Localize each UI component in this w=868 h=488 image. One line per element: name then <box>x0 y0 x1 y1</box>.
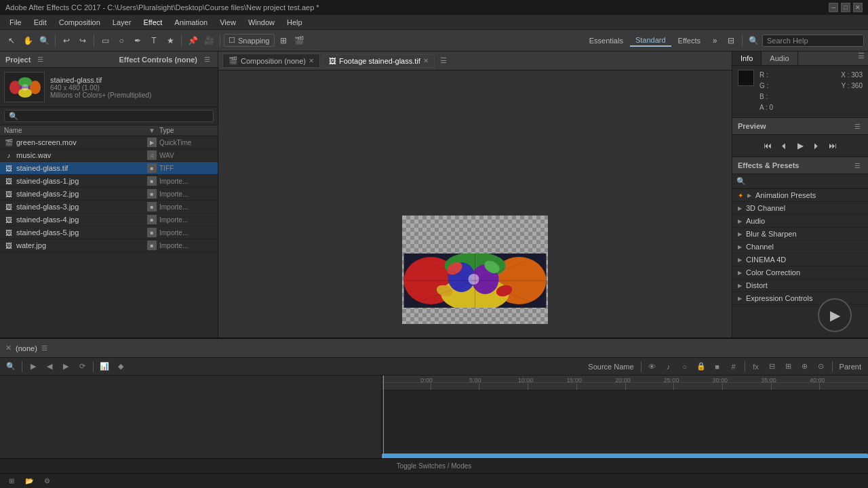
zoom-tool[interactable]: 🔍 <box>37 33 52 48</box>
effects-menu-button[interactable]: ☰ <box>852 160 863 171</box>
camera-tool[interactable]: 🎥 <box>201 33 216 48</box>
tab-audio[interactable]: Audio <box>762 52 797 65</box>
menu-help[interactable]: Help <box>281 17 308 28</box>
effect-audio[interactable]: ▶ Audio <box>732 215 868 228</box>
audio-col-icon[interactable]: ♪ <box>662 360 675 373</box>
comp-tab-close[interactable]: ✕ <box>309 57 314 64</box>
workspace-standard[interactable]: Standard <box>630 35 671 47</box>
workspace-effects[interactable]: Effects <box>673 35 706 46</box>
effect-color-correction[interactable]: ▶ Color Correction <box>732 266 868 279</box>
menu-window[interactable]: Window <box>243 17 280 28</box>
footage-tab-close[interactable]: ✕ <box>423 57 429 64</box>
step-forward-button[interactable]: ⏵ <box>810 139 823 152</box>
project-menu-button[interactable]: ☰ <box>35 54 45 65</box>
menu-composition[interactable]: Composition <box>54 17 106 28</box>
eye-col-icon[interactable]: 👁 <box>646 360 659 373</box>
num-col-icon[interactable]: # <box>727 360 741 373</box>
menu-effect[interactable]: Effect <box>138 17 167 28</box>
timeline-scrollbar[interactable] <box>382 453 868 458</box>
workspace-more[interactable]: » <box>707 33 722 48</box>
col-sort-arrow[interactable]: ▼ <box>149 127 159 134</box>
comp-button[interactable]: 🎬 <box>292 33 307 48</box>
workspace-settings[interactable]: ⊟ <box>724 33 738 48</box>
puppet-pin-tool[interactable]: 📌 <box>185 33 200 48</box>
snapping-toggle[interactable]: ☐ Snapping <box>224 34 275 47</box>
file-item-green-screen[interactable]: 🎬 green-screen.mov ▶ QuickTime <box>0 136 218 149</box>
menu-edit[interactable]: Edit <box>28 17 52 28</box>
tab-footage[interactable]: 🖼 Footage stained-glass.tif ✕ <box>323 54 435 68</box>
undo-tool[interactable]: ↩ <box>59 33 74 48</box>
search-help-bar[interactable]: Search Help <box>762 35 864 47</box>
file-item-stained-glass[interactable]: 🖼 stained-glass.tif ■ TIFF <box>0 162 218 175</box>
tab-composition[interactable]: 🎬 Composition (none) ✕ <box>222 54 320 68</box>
solo-col-icon[interactable]: ○ <box>678 360 692 373</box>
tab-menu-icon[interactable]: ☰ <box>440 56 447 65</box>
file-item-sg4[interactable]: 🖼 stained-glass-4.jpg ■ Importe... <box>0 214 218 226</box>
maximize-button[interactable]: □ <box>841 3 850 12</box>
settings-status-button[interactable]: ⚙ <box>41 475 53 487</box>
minimize-button[interactable]: ─ <box>829 3 838 12</box>
timeline-play-button[interactable]: ▶ <box>26 360 40 373</box>
close-button[interactable]: ✕ <box>853 3 863 12</box>
timeline-close-button[interactable]: ✕ <box>5 344 12 352</box>
timeline-step-back[interactable]: ◀ <box>43 360 56 373</box>
go-to-start-button[interactable]: ⏮ <box>761 139 774 152</box>
mask-ellipse-tool[interactable]: ○ <box>114 33 129 48</box>
effect-animation-presets[interactable]: ✦ ▶ Animation Presets <box>732 189 868 202</box>
effect-cinema4d[interactable]: ▶ CINEMA 4D <box>732 253 868 266</box>
effect-expression-controls[interactable]: ▶ Expression Controls <box>732 292 868 305</box>
switches-motion[interactable]: ⊟ <box>766 360 779 373</box>
switches-3d[interactable]: ⊙ <box>814 360 828 373</box>
effect-controls-menu-button[interactable]: ☰ <box>201 54 212 65</box>
new-comp-status-button[interactable]: ⊞ <box>5 475 18 487</box>
file-item-water[interactable]: 🖼 water.jpg ■ Importe... <box>0 239 218 252</box>
switches-adj[interactable]: ⊞ <box>782 360 795 373</box>
effects-search-input[interactable] <box>749 178 864 186</box>
redo-tool[interactable]: ↪ <box>75 33 90 48</box>
shape-tool[interactable]: ★ <box>163 33 178 48</box>
label-col-icon[interactable]: ■ <box>711 360 724 373</box>
effect-3d-channel[interactable]: ▶ 3D Channel <box>732 202 868 215</box>
pen-tool[interactable]: ✒ <box>130 33 145 48</box>
select-tool[interactable]: ↖ <box>4 33 19 48</box>
snapping-checkbox[interactable]: ☐ <box>229 36 235 45</box>
file-item-sg5[interactable]: 🖼 stained-glass-5.jpg ■ Importe... <box>0 226 218 239</box>
go-to-end-button[interactable]: ⏭ <box>826 139 840 152</box>
timeline-menu-button[interactable]: ☰ <box>41 344 47 352</box>
menu-view[interactable]: View <box>214 17 241 28</box>
timeline-playhead[interactable] <box>383 375 384 458</box>
window-controls[interactable]: ─ □ ✕ <box>829 3 863 12</box>
project-search-input[interactable] <box>4 110 214 122</box>
text-tool[interactable]: T <box>146 33 161 48</box>
tab-info[interactable]: Info <box>732 52 762 65</box>
timeline-add-marker[interactable]: ◆ <box>114 360 127 373</box>
effect-channel[interactable]: ▶ Channel <box>732 241 868 253</box>
menu-file[interactable]: File <box>4 17 27 28</box>
file-item-sg3[interactable]: 🖼 stained-glass-3.jpg ■ Importe... <box>0 201 218 214</box>
play-big-button[interactable]: ▶ <box>818 298 852 332</box>
switches-collapse[interactable]: ⊕ <box>798 360 812 373</box>
play-pause-button[interactable]: ▶ <box>793 139 807 152</box>
file-item-music[interactable]: ♪ music.wav ♫ WAV <box>0 149 218 162</box>
open-folder-status-button[interactable]: 📂 <box>23 475 35 487</box>
step-back-button[interactable]: ⏴ <box>777 139 791 152</box>
timeline-search-button[interactable]: 🔍 <box>4 360 18 373</box>
menu-layer[interactable]: Layer <box>107 17 137 28</box>
timeline-scroll-thumb[interactable] <box>382 453 868 458</box>
workspace-essentials[interactable]: Essentials <box>584 35 629 46</box>
hand-tool[interactable]: ✋ <box>20 33 35 48</box>
effect-distort[interactable]: ▶ Distort <box>732 279 868 292</box>
switches-fx[interactable]: fx <box>749 360 763 373</box>
file-item-sg1[interactable]: 🖼 stained-glass-1.jpg ■ Importe... <box>0 175 218 188</box>
effect-blur-sharpen[interactable]: ▶ Blur & Sharpen <box>732 228 868 241</box>
lock-col-icon[interactable]: 🔒 <box>694 360 708 373</box>
mask-rect-tool[interactable]: ▭ <box>98 33 113 48</box>
info-menu-button[interactable]: ☰ <box>854 52 868 60</box>
menu-animation[interactable]: Animation <box>169 17 213 28</box>
file-item-sg2[interactable]: 🖼 stained-glass-2.jpg ■ Importe... <box>0 188 218 201</box>
preview-menu-button[interactable]: ☰ <box>852 121 863 131</box>
timeline-loop-button[interactable]: ⟳ <box>75 360 89 373</box>
timeline-step-forward[interactable]: ▶ <box>59 360 73 373</box>
timeline-graph-editor[interactable]: 📊 <box>98 360 111 373</box>
proportional-grid[interactable]: ⊞ <box>276 33 291 48</box>
